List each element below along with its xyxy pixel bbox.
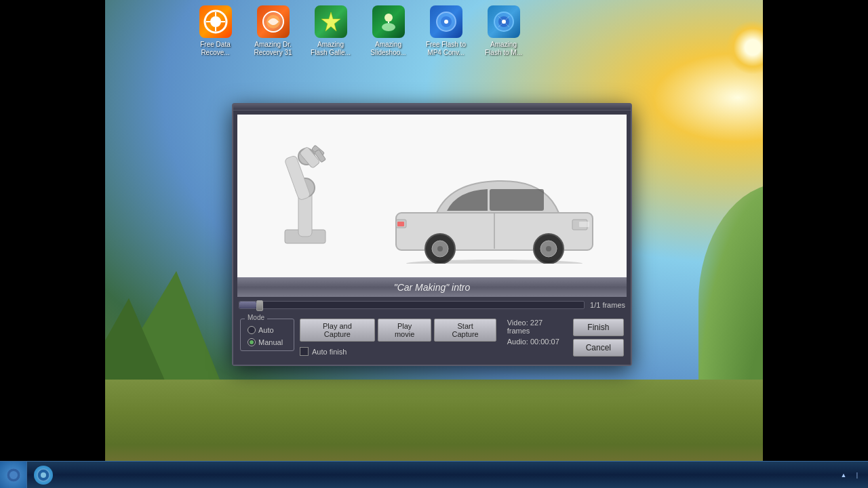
radio-manual-label: Manual	[258, 338, 283, 346]
desktop-icon-slideshow[interactable]: AmazingSlideshoo...	[363, 5, 414, 57]
flash-gallery-label: AmazingFlash Galle...	[311, 41, 351, 57]
slideshow-icon	[372, 5, 405, 38]
audio-info: Audio: 00:00:07	[507, 338, 568, 346]
svg-point-39	[41, 472, 46, 478]
start-capture-button[interactable]: Start Capture	[434, 319, 496, 342]
progress-track[interactable]	[239, 301, 585, 309]
desktop-icon-flash-to-m[interactable]: AmazingFlash to M...	[478, 5, 529, 57]
svg-rect-26	[579, 222, 589, 227]
radio-manual-circle	[248, 338, 256, 346]
svg-rect-23	[490, 189, 544, 211]
amazing-dr-recovery-icon	[257, 5, 290, 38]
taskbar-start-button[interactable]	[0, 462, 27, 489]
finish-button[interactable]: Finish	[573, 319, 624, 336]
play-movie-button[interactable]: Play movie	[378, 319, 432, 342]
auto-finish-row: Auto finish	[300, 347, 347, 356]
slideshow-label: AmazingSlideshoo...	[370, 41, 406, 57]
taskbar-arrow-up[interactable]: ▲	[838, 468, 849, 482]
dialog-titlebar	[233, 104, 631, 110]
free-data-recovery-label: Free DataRecove...	[200, 41, 230, 57]
radio-auto[interactable]: Auto	[248, 326, 287, 334]
play-and-capture-button[interactable]: Play and Capture	[300, 319, 375, 342]
desktop-icon-free-data-recovery[interactable]: Free DataRecove...	[190, 5, 241, 57]
car-scene	[237, 115, 627, 277]
progress-bar-row: 1/1 frames	[233, 297, 631, 313]
progress-fill	[239, 302, 256, 308]
side-bar-left	[0, 0, 105, 461]
svg-point-10	[444, 20, 448, 24]
auto-finish-checkbox[interactable]	[300, 347, 309, 356]
amazing-dr-recovery-label: Amazing Dr.Recovery 31	[254, 41, 292, 57]
radio-row: Auto Manual	[248, 326, 287, 346]
taskbar: ▲ |	[0, 461, 868, 488]
svg-rect-28	[397, 222, 404, 226]
cancel-button[interactable]: Cancel	[573, 339, 624, 357]
svg-point-5	[384, 14, 393, 22]
dialog: "Car Making" intro 1/1 frames Mode Auto	[232, 103, 632, 366]
frames-label: 1/1 frames	[590, 301, 625, 309]
side-bar-right	[763, 0, 868, 461]
radio-manual-dot	[250, 340, 254, 344]
mp4-conv-icon	[430, 5, 462, 38]
center-buttons: Play and Capture Play movie Start Captur…	[300, 319, 496, 356]
desktop-icon-amazing-dr-recovery[interactable]: Amazing Dr.Recovery 31	[248, 5, 298, 57]
mp4-conv-label: Free Flash toMP4 Conv...	[426, 41, 466, 57]
caption-text: "Car Making" intro	[394, 282, 471, 293]
desktop-icon-flash-gallery[interactable]: AmazingFlash Galle...	[305, 5, 356, 57]
free-data-recovery-icon	[199, 5, 232, 38]
radio-auto-label: Auto	[258, 326, 274, 334]
desktop-icons: Free DataRecove... Amazing Dr.Recovery 3…	[0, 0, 868, 62]
svg-point-1	[210, 16, 221, 27]
mode-group: Mode Auto Manual	[240, 319, 294, 351]
info-section: Video: 227 frames Audio: 00:00:07	[507, 319, 568, 346]
auto-finish-label: Auto finish	[312, 348, 347, 356]
desktop-icon-mp4-conv[interactable]: Free Flash toMP4 Conv...	[420, 5, 471, 57]
flash-to-m-label: AmazingFlash to M...	[485, 41, 522, 57]
svg-point-31	[437, 246, 443, 251]
taskbar-separator: |	[852, 468, 863, 482]
mode-group-label: Mode	[245, 314, 267, 321]
caption-bar: "Car Making" intro	[237, 277, 627, 297]
flash-to-m-icon	[488, 5, 520, 38]
taskbar-right: ▲ |	[838, 468, 868, 482]
svg-point-37	[9, 471, 18, 479]
action-buttons: Finish Cancel	[573, 319, 624, 357]
robot-arm-svg	[258, 121, 393, 257]
radio-auto-circle	[248, 326, 256, 334]
video-preview	[237, 115, 627, 277]
buttons-top-row: Play and Capture Play movie Start Captur…	[300, 319, 496, 342]
svg-point-6	[382, 23, 395, 31]
progress-handle[interactable]	[256, 300, 263, 311]
radio-manual[interactable]: Manual	[248, 338, 287, 346]
flash-gallery-icon	[315, 5, 347, 38]
taskbar-app-icon[interactable]	[34, 466, 53, 485]
controls-row: Mode Auto Manual Pl	[233, 313, 631, 365]
svg-point-34	[546, 246, 551, 251]
svg-marker-4	[321, 12, 340, 31]
car-svg	[389, 162, 599, 264]
video-info: Video: 227 frames	[507, 319, 568, 335]
desktop: Free DataRecove... Amazing Dr.Recovery 3…	[0, 0, 868, 488]
